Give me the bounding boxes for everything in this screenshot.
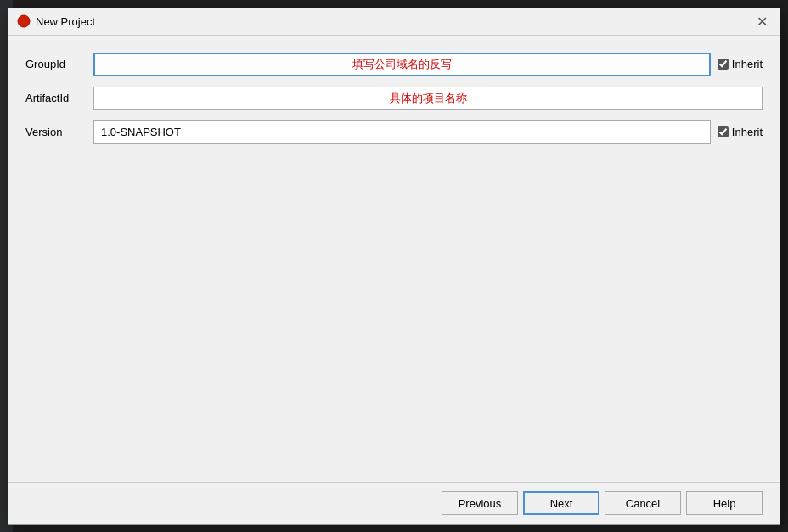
dialog-footer: Previous Next Cancel Help — [8, 482, 780, 524]
project-icon — [17, 14, 31, 28]
close-button[interactable]: ✕ — [752, 12, 771, 31]
previous-button[interactable]: Previous — [442, 491, 518, 515]
groupid-label: GroupId — [25, 58, 93, 70]
version-row: Version Inherit — [25, 120, 763, 144]
artifactid-label: ArtifactId — [25, 92, 93, 104]
groupid-inherit-checkbox[interactable] — [718, 59, 729, 70]
groupid-input-wrapper — [93, 53, 711, 76]
version-input-wrapper — [93, 120, 711, 144]
groupid-inherit-label: Inherit — [732, 58, 763, 70]
groupid-input[interactable] — [93, 53, 711, 76]
version-inherit-label: Inherit — [732, 126, 763, 138]
artifactid-input-wrapper — [93, 87, 763, 110]
dialog-title: New Project — [36, 15, 95, 28]
title-bar-left: New Project — [17, 14, 95, 28]
artifactid-input[interactable] — [93, 87, 763, 110]
version-label: Version — [25, 126, 93, 138]
groupid-row: GroupId Inherit — [25, 53, 763, 76]
new-project-dialog: New Project ✕ GroupId Inherit ArtifactId — [8, 8, 780, 525]
groupid-inherit-wrapper: Inherit — [718, 58, 763, 70]
artifactid-row: ArtifactId — [25, 87, 763, 110]
version-inherit-wrapper: Inherit — [718, 126, 763, 138]
cancel-button[interactable]: Cancel — [605, 491, 681, 515]
dialog-content: GroupId Inherit ArtifactId Version — [8, 36, 780, 482]
dialog-wrapper: New Project ✕ GroupId Inherit ArtifactId — [0, 0, 788, 532]
help-button[interactable]: Help — [686, 491, 763, 515]
version-input[interactable] — [93, 120, 711, 144]
title-bar: New Project ✕ — [8, 8, 780, 36]
version-inherit-checkbox[interactable] — [718, 126, 729, 137]
svg-point-0 — [18, 15, 30, 27]
next-button[interactable]: Next — [523, 491, 599, 515]
